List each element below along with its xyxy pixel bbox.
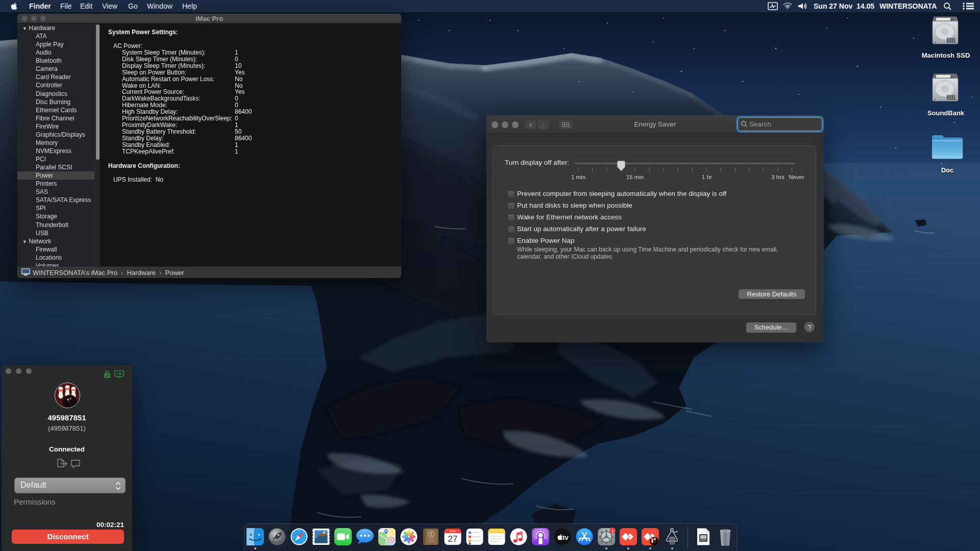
svg-text:1: 1 [611, 528, 614, 533]
svg-text:tv: tv [562, 534, 569, 541]
svg-text:NOV: NOV [449, 530, 456, 533]
svg-text:27: 27 [448, 534, 458, 544]
